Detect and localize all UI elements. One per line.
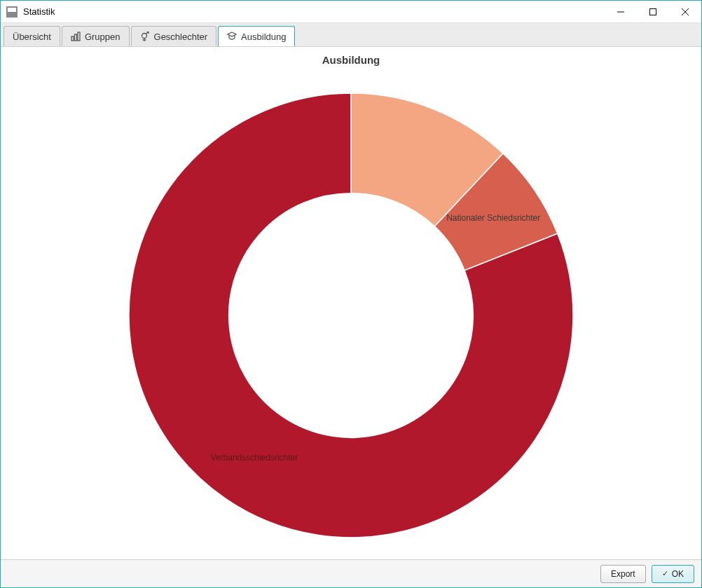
maximize-button[interactable] bbox=[637, 1, 669, 23]
app-icon bbox=[6, 6, 18, 18]
bar-chart-icon bbox=[71, 32, 81, 41]
maximize-icon bbox=[649, 8, 656, 15]
button-label: Export bbox=[611, 569, 635, 579]
tab-bar: Übersicht Gruppen Geschlechter Ausbildun… bbox=[1, 23, 701, 47]
chart-panel: Ausbildung Nationaler SchiedsrichterVerb… bbox=[1, 47, 701, 559]
minimize-icon bbox=[617, 8, 624, 15]
tab-label: Gruppen bbox=[85, 32, 121, 42]
close-icon bbox=[682, 8, 689, 15]
window-titlebar: Statistik bbox=[1, 1, 701, 23]
minimize-button[interactable] bbox=[605, 1, 637, 23]
tab-gruppen[interactable]: Gruppen bbox=[62, 26, 130, 46]
chart-title: Ausbildung bbox=[1, 47, 701, 66]
svg-rect-5 bbox=[74, 34, 76, 41]
ok-button[interactable]: ✓ OK bbox=[652, 565, 694, 583]
tab-geschlechter[interactable]: Geschlechter bbox=[131, 26, 217, 46]
button-label: OK bbox=[672, 569, 684, 579]
donut-svg bbox=[127, 91, 575, 540]
window-title: Statistik bbox=[23, 6, 55, 17]
check-icon: ✓ bbox=[662, 569, 668, 578]
chart-area: Nationaler SchiedsrichterVerbandsschieds… bbox=[1, 71, 701, 559]
tab-uebersicht[interactable]: Übersicht bbox=[4, 26, 60, 46]
graduation-cap-icon bbox=[227, 32, 237, 41]
close-button[interactable] bbox=[669, 1, 701, 23]
tab-label: Ausbildung bbox=[241, 32, 286, 42]
slice-label: Nationaler Schiedsrichter bbox=[446, 213, 540, 223]
dialog-footer: Export ✓ OK bbox=[1, 559, 701, 587]
svg-rect-4 bbox=[71, 36, 74, 41]
export-button[interactable]: Export bbox=[600, 565, 646, 583]
gender-icon bbox=[140, 32, 150, 41]
tab-label: Übersicht bbox=[13, 32, 51, 42]
svg-point-7 bbox=[142, 34, 146, 39]
tab-ausbildung[interactable]: Ausbildung bbox=[218, 26, 295, 46]
donut-chart: Nationaler SchiedsrichterVerbandsschieds… bbox=[127, 91, 575, 540]
svg-rect-6 bbox=[78, 32, 80, 41]
svg-rect-1 bbox=[650, 8, 656, 15]
slice-label: Verbandsschiedsrichter bbox=[211, 453, 298, 463]
tab-label: Geschlechter bbox=[154, 32, 208, 42]
